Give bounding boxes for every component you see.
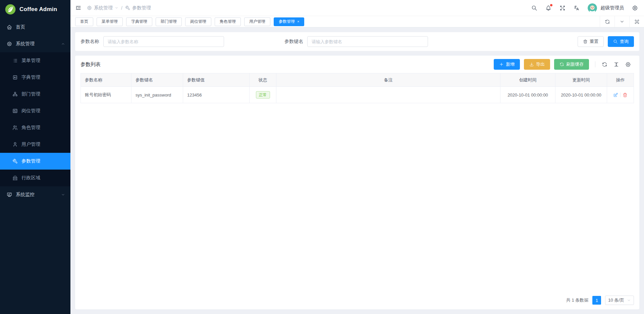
sidebar: Coffee Admin 首页 系统管理 菜单管理 字典管理 部门管理 岗位管理… — [0, 0, 70, 314]
topbar-actions: 超级管理员 — [531, 3, 638, 13]
tab-param-mgmt[interactable]: 参数管理 × — [274, 17, 304, 26]
language-button[interactable] — [574, 5, 580, 11]
sidebar-item-system-mgmt[interactable]: 系统管理 — [0, 36, 70, 52]
refresh-cache-button[interactable]: 刷新缓存 — [554, 59, 589, 70]
settings-icon — [7, 41, 12, 47]
menu-list-icon — [12, 58, 18, 63]
param-name-input[interactable] — [103, 36, 224, 47]
sidebar-item-label: 字典管理 — [21, 74, 40, 80]
leaf-logo-icon — [5, 4, 16, 15]
tab-close-icon[interactable]: × — [297, 20, 299, 23]
cell-param-name: 账号初始密码 — [81, 87, 131, 103]
tab-post-mgmt[interactable]: 岗位管理 — [185, 17, 211, 26]
wrench-icon — [12, 159, 18, 164]
sidebar-item-label: 角色管理 — [21, 125, 40, 131]
edit-icon — [613, 92, 618, 98]
wrench-icon — [125, 5, 130, 10]
settings-button[interactable] — [632, 5, 638, 11]
sidebar-item-menu-mgmt[interactable]: 菜单管理 — [0, 52, 70, 69]
cell-param-key: sys_init_password — [131, 87, 183, 103]
sidebar-item-region[interactable]: 行政区域 — [0, 170, 70, 186]
refresh-icon — [605, 19, 610, 24]
pagination: 共 1 条数据 1 10 条/页 — [80, 291, 634, 309]
page-number-button[interactable]: 1 — [592, 296, 601, 305]
row-density-button[interactable] — [610, 62, 622, 67]
maximize-icon — [634, 19, 640, 24]
search-icon — [531, 5, 537, 11]
col-status: 状态 — [250, 73, 276, 87]
chevron-down-icon — [627, 298, 631, 302]
query-button[interactable]: 查询 — [608, 36, 634, 47]
translate-icon — [574, 5, 580, 11]
export-button[interactable]: 导出 — [524, 59, 550, 70]
tab-home[interactable]: 首页 — [75, 17, 93, 26]
col-created: 创建时间 — [500, 73, 555, 87]
sidebar-item-param-mgmt[interactable]: 参数管理 — [0, 153, 70, 170]
department-tree-icon — [12, 91, 18, 97]
plus-icon — [499, 62, 504, 67]
cell-updated: 2020-10-01 00:00:00 — [555, 87, 607, 103]
notification-badge — [550, 4, 552, 6]
gear-icon — [625, 62, 631, 67]
avatar[interactable] — [588, 3, 597, 13]
param-list-card: 参数列表 新增 导出 刷新缓存 — [75, 56, 639, 309]
refresh-icon — [602, 62, 607, 67]
breadcrumb-page: 参数管理 — [125, 5, 151, 11]
search-button[interactable] — [531, 5, 537, 11]
app-logo[interactable]: Coffee Admin — [0, 0, 70, 19]
sidebar-item-role-mgmt[interactable]: 角色管理 — [0, 119, 70, 136]
cell-status: 正常 — [250, 87, 276, 103]
fullscreen-button[interactable] — [559, 5, 566, 11]
tab-role-mgmt[interactable]: 角色管理 — [215, 17, 241, 26]
tab-dict-mgmt[interactable]: 字典管理 — [126, 17, 152, 26]
sidebar-item-post-mgmt[interactable]: 岗位管理 — [0, 103, 70, 119]
param-name-label: 参数名称 — [80, 39, 99, 45]
topbar: 系统管理 / 参数管理 — [70, 0, 644, 16]
edit-row-button[interactable] — [613, 92, 618, 98]
param-table: 参数名称 参数键名 参数键值 状态 备注 创建时间 更新时间 操作 账号初始密码… — [80, 73, 634, 103]
tabs-refresh-button[interactable] — [600, 16, 614, 27]
line-height-icon — [613, 62, 619, 67]
tab-dept-mgmt[interactable]: 部门管理 — [156, 17, 182, 26]
trash-icon — [583, 39, 588, 44]
sidebar-item-label: 菜单管理 — [21, 58, 40, 64]
breadcrumb-section-label: 系统管理 — [94, 5, 113, 11]
content-fullscreen-button[interactable] — [629, 16, 644, 27]
page-size-select[interactable]: 10 条/页 — [605, 296, 634, 305]
sidebar-item-label: 用户管理 — [21, 141, 40, 147]
column-settings-button[interactable] — [622, 62, 634, 67]
sidebar-item-dict-mgmt[interactable]: 字典管理 — [0, 69, 70, 86]
pagination-total: 共 1 条数据 — [566, 297, 588, 303]
notifications-button[interactable] — [545, 5, 551, 11]
tab-menu-mgmt[interactable]: 菜单管理 — [97, 17, 123, 26]
breadcrumb-separator: / — [121, 5, 122, 11]
sidebar-item-label: 系统监控 — [16, 192, 35, 198]
table-refresh-button[interactable] — [599, 62, 610, 67]
sidebar-item-monitor[interactable]: 系统监控 — [0, 186, 70, 203]
tab-user-mgmt[interactable]: 用户管理 — [244, 17, 270, 26]
col-actions: 操作 — [607, 73, 634, 87]
sidebar-item-home[interactable]: 首页 — [0, 19, 70, 36]
page-content: 参数名称 参数键名 重置 查询 参数列表 — [70, 27, 644, 314]
param-key-label: 参数键名 — [284, 39, 303, 45]
user-name[interactable]: 超级管理员 — [600, 5, 624, 11]
sidebar-item-label: 系统管理 — [16, 41, 35, 47]
reset-button[interactable]: 重置 — [578, 36, 604, 47]
sidebar-fold-button[interactable] — [75, 5, 82, 11]
chevron-up-icon — [61, 42, 65, 46]
param-key-input[interactable] — [307, 36, 428, 47]
tabs-tools — [600, 16, 644, 27]
home-icon — [7, 24, 12, 30]
monitor-icon — [7, 192, 12, 197]
cell-created: 2020-10-01 00:00:00 — [500, 87, 555, 103]
sidebar-item-user-mgmt[interactable]: 用户管理 — [0, 136, 70, 153]
refresh-icon — [559, 62, 564, 67]
sidebar-item-dept-mgmt[interactable]: 部门管理 — [0, 86, 70, 103]
delete-row-button[interactable] — [623, 92, 628, 98]
tabs-menu-button[interactable] — [614, 16, 629, 27]
search-buttons: 重置 查询 — [578, 36, 634, 47]
add-button[interactable]: 新增 — [494, 59, 520, 70]
status-badge: 正常 — [256, 91, 270, 99]
breadcrumb-section[interactable]: 系统管理 — [87, 5, 118, 11]
cell-param-value: 123456 — [183, 87, 250, 103]
